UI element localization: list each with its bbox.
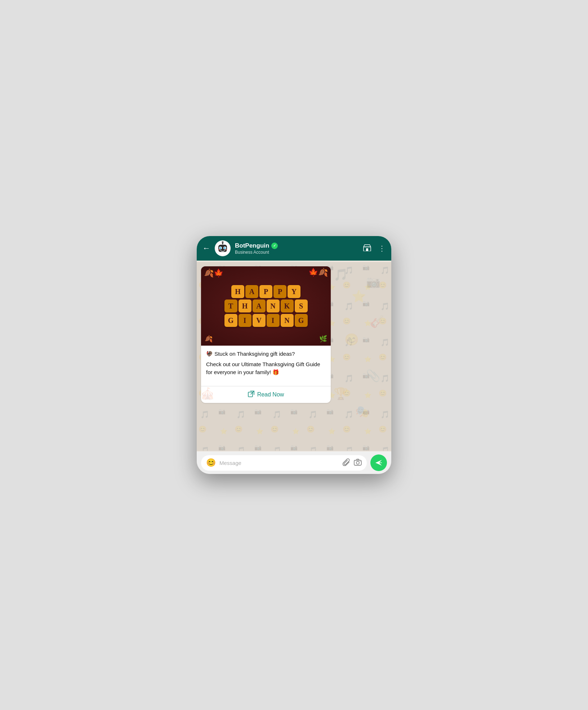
verified-badge: ✓ (271, 243, 278, 249)
bot-name: BotPenguin (235, 242, 269, 249)
row-happy: H A P P Y (224, 285, 308, 298)
letter-S: S (295, 299, 308, 312)
back-button[interactable]: ← (202, 244, 210, 253)
svg-point-9 (225, 247, 226, 248)
bottom-bar: 😊 Message (197, 452, 391, 474)
letter-Y: Y (288, 285, 300, 298)
letter-T: T (224, 299, 237, 312)
avatar (215, 240, 231, 256)
svg-point-17 (356, 461, 359, 464)
svg-point-10 (218, 249, 220, 250)
phone-frame: ← (197, 236, 391, 474)
external-link-icon (248, 391, 254, 397)
attachment-icon[interactable] (342, 458, 350, 468)
chat-header: ← (197, 236, 391, 261)
letter-P2: P (273, 285, 286, 298)
read-now-button[interactable]: Read Now (201, 386, 331, 403)
bot-avatar-svg (215, 241, 230, 256)
letter-G1: G (224, 314, 237, 327)
thanksgiving-text: H A P P Y T H A N K S (222, 281, 311, 331)
message-line1: 🦃 Stuck on Thanksgiving gift ideas? (206, 350, 326, 358)
shop-svg (363, 244, 371, 251)
message-line2: Check out our Ultimate Thanksgiving Gift… (206, 360, 326, 377)
thanksgiving-image: 🍂🍁 🍁🍂 🍂 🌿 H A P P Y (201, 266, 331, 346)
camera-svg (354, 458, 362, 466)
svg-point-18 (360, 461, 361, 462)
header-subtitle: Business Account (235, 250, 359, 255)
svg-point-6 (220, 247, 222, 249)
svg-point-7 (224, 247, 226, 249)
svg-point-8 (220, 247, 221, 248)
row-thanks: T H A N K S (224, 299, 308, 312)
letter-A2: A (253, 299, 266, 312)
letter-N2: N (281, 314, 294, 327)
letter-H: H (231, 285, 244, 298)
read-now-icon (248, 391, 254, 399)
letter-V: V (253, 314, 266, 327)
svg-point-2 (222, 241, 224, 243)
chat-area: 📷 🎵 ⭐ 🎸 😊 📎 🏆 🎭 🍕 🎯 🎪 🍂🍁 🍁🍂 🍂 (197, 261, 391, 452)
emoji-picker-icon[interactable]: 😊 (206, 458, 216, 467)
send-icon (375, 459, 383, 466)
message-body: 🦃 Stuck on Thanksgiving gift ideas? Chec… (201, 346, 331, 382)
verified-check-icon: ✓ (273, 244, 276, 248)
message-card: 🍂🍁 🍁🍂 🍂 🌿 H A P P Y (201, 266, 331, 403)
send-button[interactable] (370, 454, 387, 471)
letter-G2: G (295, 314, 308, 327)
camera-icon[interactable] (354, 458, 362, 467)
header-info: BotPenguin ✓ Business Account (235, 242, 359, 255)
svg-rect-13 (366, 248, 368, 251)
letter-K: K (281, 299, 294, 312)
letter-I2: I (267, 314, 280, 327)
letter-N: N (267, 299, 280, 312)
more-options-icon[interactable]: ⋮ (378, 244, 386, 253)
message-input-wrapper[interactable]: 😊 Message (201, 455, 367, 471)
letter-H2: H (239, 299, 251, 312)
message-placeholder[interactable]: Message (219, 460, 339, 466)
header-icons: ⋮ (363, 244, 386, 253)
read-now-label: Read Now (257, 391, 284, 398)
row-giving: G I V I N G (224, 314, 308, 327)
letter-P1: P (259, 285, 272, 298)
svg-rect-16 (354, 460, 361, 465)
shop-icon[interactable] (363, 244, 371, 253)
clip-icon (342, 458, 350, 466)
svg-point-11 (226, 249, 227, 250)
letter-A1: A (245, 285, 258, 298)
bot-name-row: BotPenguin ✓ (235, 242, 359, 249)
letter-I1: I (239, 314, 251, 327)
